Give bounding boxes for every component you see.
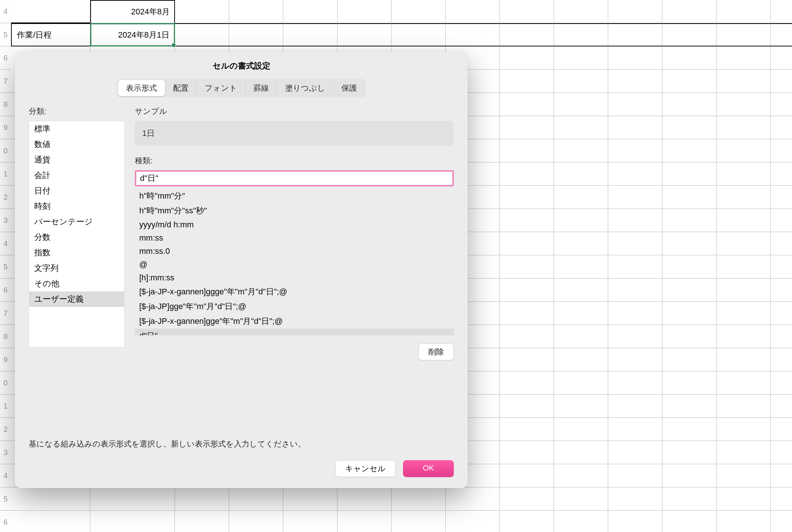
row-header[interactable]: 1 bbox=[0, 395, 11, 418]
cell[interactable] bbox=[716, 232, 771, 255]
tab-4[interactable]: 塗りつぶし bbox=[277, 80, 333, 96]
category-item[interactable]: 会計 bbox=[29, 168, 124, 183]
cell[interactable] bbox=[337, 23, 392, 46]
cell[interactable] bbox=[500, 302, 554, 325]
cell[interactable] bbox=[716, 209, 771, 232]
cell[interactable] bbox=[283, 511, 337, 532]
cell[interactable] bbox=[771, 0, 792, 23]
cell[interactable] bbox=[90, 487, 175, 511]
cell[interactable] bbox=[771, 325, 792, 348]
type-input[interactable] bbox=[135, 170, 454, 186]
cell[interactable] bbox=[662, 116, 716, 139]
cell[interactable] bbox=[608, 23, 662, 46]
tab-3[interactable]: 罫線 bbox=[245, 80, 277, 96]
category-item[interactable]: その他 bbox=[29, 276, 124, 291]
cell[interactable] bbox=[608, 93, 662, 116]
cell[interactable] bbox=[175, 487, 229, 511]
cell[interactable] bbox=[554, 325, 608, 348]
cell[interactable] bbox=[608, 209, 662, 232]
row-header[interactable]: 2 bbox=[0, 418, 11, 441]
row-header[interactable]: 6 bbox=[0, 46, 11, 70]
cell[interactable] bbox=[175, 0, 229, 23]
cell[interactable] bbox=[771, 348, 792, 371]
tab-5[interactable]: 保護 bbox=[333, 80, 365, 96]
row-header[interactable]: 9 bbox=[0, 348, 11, 371]
row-header[interactable]: 5 bbox=[0, 255, 11, 279]
category-item[interactable]: パーセンテージ bbox=[29, 214, 124, 230]
cell[interactable] bbox=[662, 511, 716, 532]
delete-button[interactable]: 削除 bbox=[418, 343, 454, 360]
cell[interactable] bbox=[500, 23, 554, 46]
cell[interactable] bbox=[337, 511, 392, 532]
category-item[interactable]: 分数 bbox=[29, 230, 124, 245]
cell[interactable] bbox=[608, 418, 662, 441]
cell[interactable] bbox=[662, 441, 716, 464]
cell[interactable] bbox=[554, 116, 608, 139]
row-header[interactable]: 8 bbox=[0, 93, 11, 116]
cell[interactable] bbox=[771, 395, 792, 418]
cell[interactable] bbox=[771, 441, 792, 464]
cell[interactable] bbox=[554, 371, 608, 395]
cell[interactable] bbox=[554, 511, 608, 532]
cell[interactable] bbox=[716, 255, 771, 279]
row-header[interactable]: 5 bbox=[0, 487, 11, 511]
cell[interactable] bbox=[662, 23, 716, 46]
cell[interactable] bbox=[771, 279, 792, 302]
cell[interactable] bbox=[716, 395, 771, 418]
cell[interactable] bbox=[771, 186, 792, 209]
cell[interactable] bbox=[662, 418, 716, 441]
cell[interactable] bbox=[608, 487, 662, 511]
cell[interactable] bbox=[500, 418, 554, 441]
cell[interactable] bbox=[500, 93, 554, 116]
cell[interactable] bbox=[500, 162, 554, 186]
cell[interactable] bbox=[554, 232, 608, 255]
cell[interactable] bbox=[662, 186, 716, 209]
cell[interactable] bbox=[554, 395, 608, 418]
cell[interactable] bbox=[716, 116, 771, 139]
cell[interactable] bbox=[554, 279, 608, 302]
format-item[interactable]: [$-ja-JP]gge"年"m"月"d"日";@ bbox=[135, 299, 454, 314]
cell[interactable] bbox=[500, 209, 554, 232]
cell[interactable] bbox=[554, 441, 608, 464]
cell[interactable] bbox=[229, 511, 283, 532]
cell[interactable] bbox=[662, 325, 716, 348]
cell[interactable] bbox=[662, 487, 716, 511]
cell[interactable] bbox=[283, 0, 337, 23]
row-header[interactable]: 7 bbox=[0, 70, 11, 93]
cell[interactable] bbox=[608, 464, 662, 487]
cell[interactable] bbox=[446, 487, 500, 511]
cell[interactable] bbox=[554, 162, 608, 186]
cell[interactable] bbox=[608, 279, 662, 302]
row-header[interactable]: 6 bbox=[0, 511, 11, 532]
cell[interactable] bbox=[229, 23, 283, 46]
cell[interactable] bbox=[608, 511, 662, 532]
category-list[interactable]: 標準数値通貨会計日付時刻パーセンテージ分数指数文字列その他ユーザー定義 bbox=[29, 121, 125, 347]
cell[interactable] bbox=[11, 487, 90, 511]
cell[interactable] bbox=[175, 511, 229, 532]
cell[interactable] bbox=[771, 302, 792, 325]
cell[interactable] bbox=[771, 511, 792, 532]
row-header[interactable]: 8 bbox=[0, 325, 11, 348]
cell[interactable] bbox=[716, 93, 771, 116]
cell[interactable] bbox=[554, 139, 608, 162]
cell[interactable] bbox=[662, 209, 716, 232]
cell[interactable] bbox=[500, 70, 554, 93]
cell[interactable] bbox=[716, 302, 771, 325]
cell[interactable] bbox=[229, 0, 283, 23]
cell[interactable] bbox=[11, 511, 90, 532]
cell[interactable] bbox=[716, 23, 771, 46]
cell[interactable] bbox=[662, 395, 716, 418]
cell[interactable] bbox=[500, 0, 554, 23]
format-item[interactable]: mm:ss.0 bbox=[135, 245, 454, 258]
cell[interactable] bbox=[446, 0, 500, 23]
cell[interactable] bbox=[716, 46, 771, 70]
cell[interactable] bbox=[175, 23, 229, 46]
cell[interactable] bbox=[500, 46, 554, 70]
cell[interactable] bbox=[608, 46, 662, 70]
category-item[interactable]: 数値 bbox=[29, 137, 124, 152]
cell[interactable] bbox=[662, 348, 716, 371]
cell[interactable] bbox=[392, 487, 446, 511]
cell[interactable] bbox=[662, 162, 716, 186]
format-item[interactable]: yyyy/m/d h:mm bbox=[135, 218, 454, 231]
cell[interactable] bbox=[716, 139, 771, 162]
